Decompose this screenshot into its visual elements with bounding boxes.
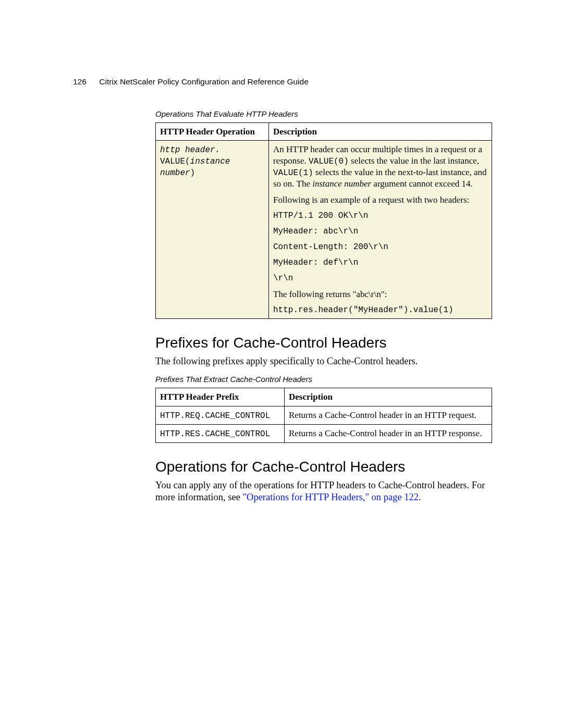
- desc-paragraph-1: An HTTP header can occur multiple times …: [273, 144, 487, 189]
- table1-col2-header: Description: [269, 123, 492, 141]
- table1-col1-header: HTTP Header Operation: [156, 123, 269, 141]
- page-number: 126: [73, 77, 97, 87]
- document-title: Citrix NetScaler Policy Configuration an…: [99, 77, 308, 86]
- op-code-line1: http header.: [160, 145, 220, 155]
- page-container: 126 Citrix NetScaler Policy Configuratio…: [73, 77, 492, 511]
- desc-code-5: \r\n: [273, 273, 487, 283]
- prefix-desc-cell: Returns a Cache-Control header in an HTT…: [285, 424, 492, 442]
- table-row: http header. VALUE(instance number) An H…: [156, 141, 492, 319]
- desc-code-6: http.res.header("MyHeader").value(1): [273, 305, 487, 315]
- section2-paragraph: You can apply any of the operations for …: [155, 479, 492, 503]
- desc-code-3: Content-Length: 200\r\n: [273, 242, 487, 252]
- section-heading-prefixes: Prefixes for Cache-Control Headers: [155, 335, 492, 351]
- main-content: Operations That Evaluate HTTP Headers HT…: [155, 109, 492, 503]
- table2-caption: Prefixes That Extract Cache-Control Head…: [155, 375, 492, 384]
- desc-code-4: MyHeader: def\r\n: [273, 257, 487, 268]
- table2-col1-header: HTTP Header Prefix: [156, 388, 285, 406]
- table-header-row: HTTP Header Operation Description: [156, 123, 492, 141]
- description-cell: An HTTP header can occur multiple times …: [269, 141, 492, 319]
- desc-paragraph-3: The following returns "abc\r\n":: [273, 289, 487, 300]
- cache-control-prefixes-table: HTTP Header Prefix Description HTTP.REQ.…: [155, 388, 492, 442]
- running-header: 126 Citrix NetScaler Policy Configuratio…: [73, 77, 492, 87]
- table1-caption: Operations That Evaluate HTTP Headers: [155, 109, 492, 118]
- table-row: HTTP.REQ.CACHE_CONTROL Returns a Cache-C…: [156, 406, 492, 424]
- desc-paragraph-2: Following is an example of a request wit…: [273, 194, 487, 205]
- op-code-line2a: VALUE(: [160, 157, 190, 166]
- section1-intro: The following prefixes apply specificall…: [155, 355, 492, 367]
- section-heading-operations: Operations for Cache-Control Headers: [155, 459, 492, 475]
- table-header-row: HTTP Header Prefix Description: [156, 388, 492, 406]
- prefix-cell: HTTP.RES.CACHE_CONTROL: [156, 424, 285, 442]
- desc-code-1: HTTP/1.1 200 OK\r\n: [273, 211, 487, 221]
- table-row: HTTP.RES.CACHE_CONTROL Returns a Cache-C…: [156, 424, 492, 442]
- prefix-cell: HTTP.REQ.CACHE_CONTROL: [156, 406, 285, 424]
- operation-cell: http header. VALUE(instance number): [156, 141, 269, 319]
- prefix-desc-cell: Returns a Cache-Control header in an HTT…: [285, 406, 492, 424]
- op-code-line2c: ): [190, 168, 195, 178]
- table2-col2-header: Description: [285, 388, 492, 406]
- http-header-operations-table: HTTP Header Operation Description http h…: [155, 122, 492, 319]
- desc-code-2: MyHeader: abc\r\n: [273, 226, 487, 237]
- cross-reference-link[interactable]: "Operations for HTTP Headers," on page 1…: [242, 492, 419, 502]
